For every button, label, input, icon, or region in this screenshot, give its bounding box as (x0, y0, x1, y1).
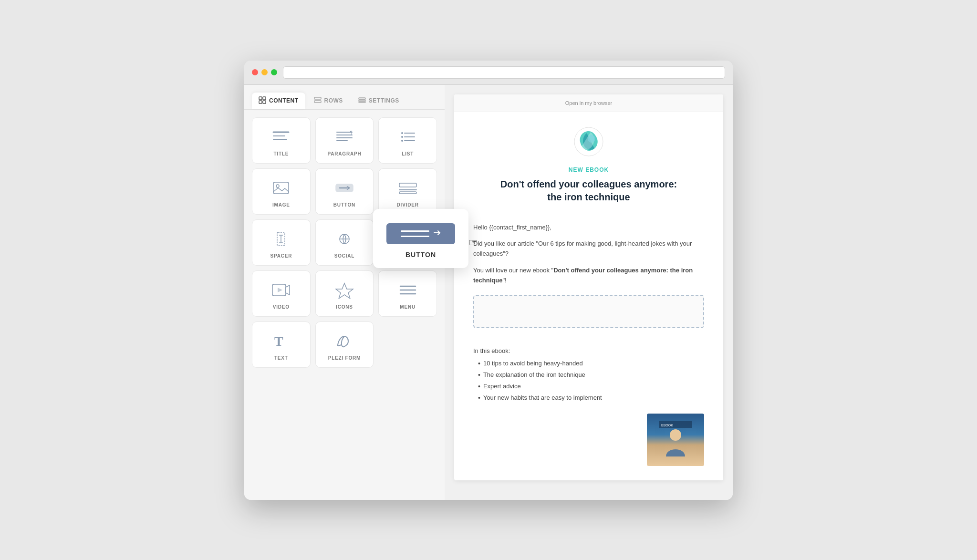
content-item-icons[interactable]: ICONS (315, 270, 374, 317)
content-item-spacer[interactable]: SPACER (252, 219, 311, 266)
divider-label: DIVIDER (397, 202, 419, 207)
svg-rect-1 (263, 97, 266, 100)
list-label: In this ebook: (473, 347, 704, 354)
content-item-text[interactable]: T TEXT (252, 321, 311, 368)
svg-point-50 (588, 135, 595, 143)
svg-marker-38 (278, 288, 282, 292)
svg-line-45 (338, 345, 342, 346)
svg-text:T: T (274, 334, 283, 349)
email-browser-link[interactable]: Open in my browser (454, 94, 723, 112)
drag-preview-button (386, 223, 455, 244)
button-icon (333, 178, 356, 197)
email-paragraph2: You will love our new ebook "Don't offen… (473, 266, 704, 286)
button-label: BUTTON (333, 202, 355, 207)
content-item-list[interactable]: LIST (378, 117, 437, 164)
email-badge: NEW EBOOK (473, 166, 704, 173)
cursor-hand-icon: ☞ (468, 237, 478, 249)
rows-icon (314, 96, 322, 105)
sidebar-tabs: CONTENT ROWS (244, 85, 445, 110)
menu-icon (396, 280, 420, 300)
list-item-4: Your new habits that are easy to impleme… (478, 393, 704, 404)
browser-url-bar[interactable] (283, 66, 725, 79)
browser-titlebar (244, 61, 733, 85)
list-item-2: The explanation of the iron technique (478, 370, 704, 381)
svg-rect-2 (259, 101, 262, 104)
svg-point-19 (401, 136, 403, 138)
grid-icon (259, 96, 266, 105)
paragraph-icon: ¶ (333, 127, 356, 146)
drag-preview: BUTTON ☞ (373, 209, 468, 268)
traffic-light-yellow[interactable] (261, 69, 268, 75)
content-item-paragraph[interactable]: ¶ PARAGRAPH (315, 117, 374, 164)
list-item-3: Expert advice (478, 381, 704, 393)
image-label: IMAGE (272, 202, 290, 207)
drag-preview-label: BUTTON (405, 251, 436, 259)
app-container: CONTENT ROWS (244, 85, 733, 500)
traffic-light-green[interactable] (271, 69, 277, 75)
content-item-image[interactable]: IMAGE (252, 168, 311, 215)
svg-point-24 (276, 185, 279, 187)
title-icon (269, 127, 293, 146)
content-item-title[interactable]: TITLE (252, 117, 311, 164)
spacer-icon (269, 229, 293, 249)
tab-content-label: CONTENT (269, 97, 299, 104)
svg-point-21 (401, 140, 403, 142)
email-header: NEW EBOOK Don't offend your colleagues a… (454, 112, 723, 213)
video-label: VIDEO (273, 304, 290, 310)
list-label: LIST (402, 151, 414, 156)
email-body: Hello {{contact_first_name}}, Did you li… (454, 213, 723, 348)
traffic-lights (252, 69, 277, 75)
menu-label: MENU (400, 304, 416, 310)
email-paragraph1: Did you like our article "Our 6 tips for… (473, 239, 704, 259)
content-item-plezi-form[interactable]: PLEZI FORM (315, 321, 374, 368)
email-book-preview: EBOOK (647, 414, 704, 466)
plezi-form-icon (333, 332, 356, 351)
email-logo (573, 126, 604, 157)
paragraph-label: PARAGRAPH (328, 151, 362, 156)
traffic-light-red[interactable] (252, 69, 258, 75)
list-icon (396, 127, 420, 146)
video-icon (269, 280, 293, 300)
content-item-button[interactable]: BUTTON (315, 168, 374, 215)
sidebar-content: TITLE ¶ PARAGR (244, 110, 445, 500)
email-bottom: EBOOK (454, 414, 723, 480)
email-list: 10 tips to avoid being heavy-handed The … (478, 358, 704, 404)
content-item-menu[interactable]: MENU (378, 270, 437, 317)
svg-rect-6 (359, 98, 365, 99)
svg-rect-5 (314, 101, 321, 103)
content-item-divider[interactable]: DIVIDER (378, 168, 437, 215)
social-label: SOCIAL (334, 253, 355, 259)
icons-icon (333, 280, 356, 300)
email-title: Don't offend your colleagues anymore:the… (473, 178, 704, 204)
svg-point-51 (670, 429, 681, 441)
main-content: Open in my browser (445, 85, 733, 500)
tab-rows-label: ROWS (324, 97, 343, 104)
settings-icon (358, 96, 366, 105)
email-drop-zone[interactable] (473, 295, 704, 328)
tab-rows[interactable]: ROWS (307, 93, 350, 109)
content-item-video[interactable]: VIDEO (252, 270, 311, 317)
tab-content[interactable]: CONTENT (252, 93, 305, 109)
list-item-1: 10 tips to avoid being heavy-handed (478, 358, 704, 370)
title-label: TITLE (273, 151, 289, 156)
content-item-social[interactable]: SOCIAL (315, 219, 374, 266)
email-card: Open in my browser (454, 94, 723, 480)
browser-window: CONTENT ROWS (244, 61, 733, 500)
svg-rect-7 (359, 99, 365, 101)
button-line-1 (401, 230, 429, 232)
tab-settings[interactable]: SETTINGS (352, 93, 406, 109)
plezi-form-label: PLEZI FORM (328, 355, 361, 361)
svg-rect-29 (399, 192, 416, 194)
svg-rect-27 (399, 183, 416, 187)
icons-label: ICONS (336, 304, 353, 310)
sidebar: CONTENT ROWS (244, 85, 445, 500)
text-icon: T (269, 332, 293, 351)
svg-text:¶: ¶ (350, 130, 353, 135)
svg-text:EBOOK: EBOOK (661, 424, 673, 427)
svg-point-17 (401, 132, 403, 134)
svg-rect-23 (273, 182, 289, 194)
svg-rect-3 (263, 101, 266, 104)
image-icon (269, 178, 293, 197)
tab-settings-label: SETTINGS (369, 97, 399, 104)
svg-marker-39 (286, 285, 290, 295)
